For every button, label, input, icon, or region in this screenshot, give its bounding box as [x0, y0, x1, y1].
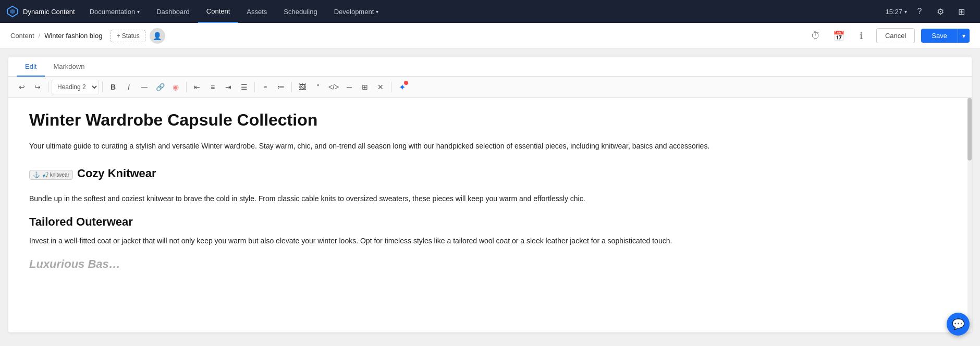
divider-button[interactable]: ─ [342, 80, 357, 94]
bold-button[interactable]: B [106, 80, 120, 94]
content-title: Winter Wardrobe Capsule Collection [29, 110, 951, 130]
breadcrumb-current: Winter fashion blog [44, 32, 102, 40]
chat-fab-button[interactable]: 💬 [947, 313, 970, 336]
tab-markdown[interactable]: Markdown [45, 57, 93, 77]
svg-marker-1 [10, 9, 15, 14]
ordered-list-button[interactable]: ≔ [274, 80, 288, 94]
align-center-button[interactable]: ≡ [205, 80, 220, 94]
nav-item-dashboard[interactable]: Dashboard [148, 0, 198, 23]
section1-body: Bundle up in the softest and coziest kni… [29, 193, 951, 205]
breadcrumb-right-actions: ⏱ 📅 ℹ Cancel Save ▾ [807, 28, 970, 44]
settings-icon[interactable]: ⚙ [932, 3, 949, 20]
help-icon[interactable]: ? [911, 3, 928, 20]
tab-edit[interactable]: Edit [17, 57, 45, 77]
nav-item-scheduling[interactable]: Scheduling [275, 0, 325, 23]
table-button[interactable]: ⊞ [358, 80, 372, 94]
redo-button[interactable]: ↪ [30, 80, 45, 94]
bullet-list-button[interactable]: ⁍ [258, 80, 273, 94]
chevron-down-icon: ▾ [904, 9, 907, 15]
chevron-down-icon: ▾ [137, 9, 140, 15]
toolbar-separator [48, 82, 48, 92]
breadcrumb-separator: / [39, 32, 41, 40]
align-left-button[interactable]: ⇤ [190, 80, 204, 94]
knitwear-badge: ⚓ 🎣 knitwear [29, 170, 73, 180]
status-button[interactable]: + Status [111, 30, 145, 42]
toolbar-separator [391, 82, 391, 92]
heading-select[interactable]: Heading 1 Heading 2 Heading 3 Heading 4 … [52, 80, 99, 94]
nav-item-assets[interactable]: Assets [238, 0, 275, 23]
save-button[interactable]: Save [921, 29, 958, 43]
code-button[interactable]: </> [326, 80, 341, 94]
align-right-button[interactable]: ⇥ [221, 80, 236, 94]
horizontal-rule-button[interactable]: — [137, 80, 152, 94]
scrollbar-thumb[interactable] [967, 98, 972, 160]
avatar[interactable]: 👤 [150, 28, 165, 44]
save-group: Save ▾ [921, 29, 970, 43]
ai-button[interactable]: ✦ [395, 80, 409, 94]
link-button[interactable]: 🔗 [153, 80, 167, 94]
editor-content-area[interactable]: Winter Wardrobe Capsule Collection Your … [8, 98, 972, 332]
anchor-icon: ⚓ [33, 171, 40, 178]
image-button[interactable]: 🖼 [295, 80, 310, 94]
app-logo[interactable]: Dynamic Content [6, 5, 81, 18]
ai-badge [404, 81, 408, 85]
scrollbar-track[interactable] [967, 98, 972, 332]
align-justify-button[interactable]: ☰ [237, 80, 251, 94]
undo-button[interactable]: ↩ [15, 80, 29, 94]
section1-heading: Cozy Knitwear [77, 167, 156, 180]
blockquote-button[interactable]: " [311, 80, 325, 94]
breadcrumb-root[interactable]: Content [10, 32, 34, 40]
toolbar-separator [291, 82, 292, 92]
chevron-down-icon: ▾ [376, 9, 378, 15]
clear-format-button[interactable]: ✕ [373, 80, 388, 94]
save-dropdown-button[interactable]: ▾ [958, 29, 970, 43]
toolbar-separator [186, 82, 187, 92]
grid-icon[interactable]: ⊞ [953, 3, 970, 20]
clock-display: 15:27 ▾ [885, 8, 907, 16]
chevron-down-icon: ▾ [962, 32, 965, 40]
content-intro: Your ultimate guide to curating a stylis… [29, 140, 951, 152]
editor-tabs: Edit Markdown [8, 57, 972, 77]
breadcrumb-bar: Content / Winter fashion blog + Status 👤… [0, 23, 980, 49]
history-icon[interactable]: ⏱ [807, 28, 824, 44]
italic-button[interactable]: I [121, 80, 136, 94]
highlight-button[interactable]: ◉ [168, 80, 183, 94]
calendar-icon[interactable]: 📅 [830, 28, 847, 44]
toolbar-separator [254, 82, 255, 92]
nav-item-development[interactable]: Development ▾ [326, 0, 387, 23]
editor-container: Edit Markdown ↩ ↪ Heading 1 Heading 2 He… [8, 57, 972, 332]
section3-heading: Luxurious Bas… [29, 257, 951, 271]
top-nav: Dynamic Content Documentation ▾ Dashboar… [0, 0, 980, 23]
section2-heading: Tailored Outerwear [29, 215, 951, 229]
editor-toolbar: ↩ ↪ Heading 1 Heading 2 Heading 3 Headin… [8, 77, 972, 98]
section1-heading-row: ⚓ 🎣 knitwear Cozy Knitwear [29, 163, 951, 187]
cancel-button[interactable]: Cancel [876, 28, 915, 43]
nav-item-content[interactable]: Content [198, 0, 239, 23]
nav-item-documentation[interactable]: Documentation ▾ [81, 0, 148, 23]
section2-body: Invest in a well-fitted coat or jacket t… [29, 235, 951, 247]
toolbar-separator [102, 82, 103, 92]
info-icon[interactable]: ℹ [853, 28, 870, 44]
